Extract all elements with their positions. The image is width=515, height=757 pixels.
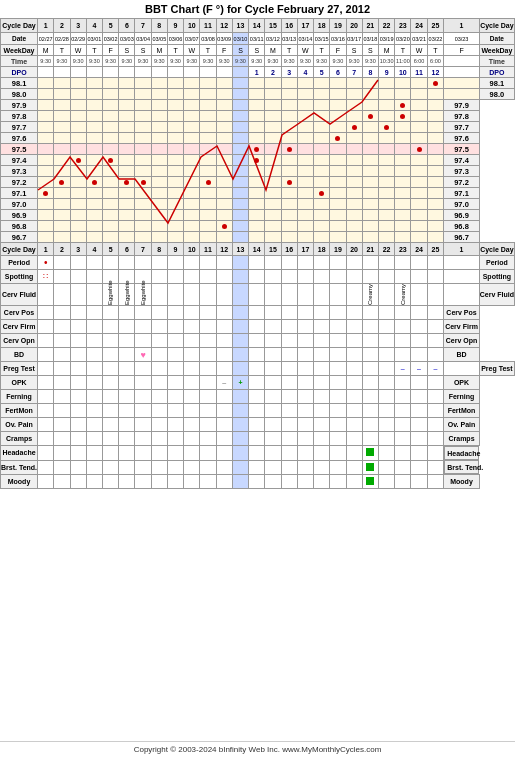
cd-3: 3 — [70, 19, 86, 33]
date-14: 03/11 — [249, 33, 265, 45]
wd-17: W — [297, 45, 313, 56]
temp-row-97-6: 97.6 97.6 — [1, 133, 515, 144]
t-6: 9:30 — [119, 56, 135, 67]
date-6: 03/03 — [119, 33, 135, 45]
cd-24: 24 — [411, 19, 427, 33]
temp-row-98-0: 98.0 98.0 — [1, 89, 515, 100]
preg-test-row: Preg Test – – – Preg Test — [1, 362, 515, 376]
wd-22: M — [378, 45, 394, 56]
headache-label-right: Headache — [444, 446, 479, 460]
temp-label-97-7: 97.7 — [1, 122, 38, 133]
temp-label-98-1-right: 98.1 — [479, 78, 514, 89]
ferning-label: Ferning — [1, 390, 38, 404]
cramps-row: Cramps Cramps — [1, 432, 515, 446]
temp-label-97-3: 97.3 — [1, 166, 38, 177]
t-14: 9:30 — [249, 56, 265, 67]
cd-13: 13 — [232, 19, 248, 33]
dpo-6 — [119, 67, 135, 78]
dpo-3 — [70, 67, 86, 78]
cerv-firm-row: Cerv Firm Cerv Firm — [1, 320, 515, 334]
cd-7: 7 — [135, 19, 151, 33]
cycle-day-bottom-row: Cycle Day 123456789101112 13 14151617181… — [1, 243, 515, 256]
temp-row-97-9: 97.9 97.9 — [1, 100, 515, 111]
cd-1: 1 — [38, 19, 54, 33]
headache-row: Headache Headache — [1, 446, 515, 461]
t-2: 9:30 — [54, 56, 70, 67]
brst-tend-row: Brst. Tend. Brst. Tend. — [1, 460, 515, 475]
temp-row-97-8: 97.8 97.8 — [1, 111, 515, 122]
temp-row-96-9: 96.9 96.9 — [1, 210, 515, 221]
wd-15: M — [265, 45, 281, 56]
cd-16: 16 — [281, 19, 297, 33]
date-24: 03/21 — [411, 33, 427, 45]
dpo-11 — [200, 67, 216, 78]
wd-18: T — [314, 45, 330, 56]
wd-2: T — [54, 45, 70, 56]
cramps-label: Cramps — [1, 432, 38, 446]
cerv-opn-label-right: Cerv Opn — [444, 334, 480, 348]
dpo-label-right: DPO — [479, 67, 514, 78]
wd-11: T — [200, 45, 216, 56]
cramps-label-right: Cramps — [444, 432, 480, 446]
temp-row-97-1: 97.1 97.1 — [1, 188, 515, 199]
page-title: BBT Chart (F °) for Cycle February 27, 2… — [0, 0, 515, 18]
temp-label-96-9-right: 96.9 — [444, 210, 480, 221]
wd-24: W — [411, 45, 427, 56]
cycle-day-header-row: Cycle Day 1 2 3 4 5 6 7 8 9 10 11 12 13 … — [1, 19, 515, 33]
ferning-row: Ferning Ferning — [1, 390, 515, 404]
date-15: 03/12 — [265, 33, 281, 45]
dpo-17: 4 — [297, 67, 313, 78]
t-23: 11:00 — [395, 56, 411, 67]
date-5: 03/02 — [102, 33, 118, 45]
cerv-firm-label-right: Cerv Firm — [444, 320, 480, 334]
date-10: 03/07 — [184, 33, 200, 45]
ferning-label-right: Ferning — [444, 390, 480, 404]
temp-label-96-8: 96.8 — [1, 221, 38, 232]
dpo-25: 12 — [427, 67, 444, 78]
cerv-fluid-label: Cerv Fluid — [1, 284, 38, 306]
wd-1: M — [38, 45, 54, 56]
temp-label-97-4-right: 97.4 — [444, 155, 480, 166]
dpo-row: DPO 1 2 3 4 5 6 7 8 — [1, 67, 515, 78]
date-12: 03/09 — [216, 33, 232, 45]
cd-4: 4 — [86, 19, 102, 33]
cd-19: 19 — [330, 19, 346, 33]
temp-label-97-9: 97.9 — [1, 100, 38, 111]
cycle-day-label: Cycle Day — [1, 19, 38, 33]
headache-label: Headache — [1, 446, 38, 461]
cycle-day-label-right: Cycle Day — [479, 19, 514, 33]
t-13: 9:30 — [232, 56, 248, 67]
brst-tend-right-text: Brst. Tend. — [447, 464, 483, 471]
dpo-1 — [38, 67, 54, 78]
preg-test-label-right: Preg Test — [479, 362, 514, 376]
headache-right-text: Headache — [447, 450, 480, 457]
temp-label-98-1: 98.1 — [1, 78, 38, 89]
wd-16: T — [281, 45, 297, 56]
wd-25: T — [427, 45, 444, 56]
wd-14: S — [249, 45, 265, 56]
t-10: 9:30 — [184, 56, 200, 67]
t-17: 9:30 — [297, 56, 313, 67]
temp-row-97-2: 97.2 97.2 — [1, 177, 515, 188]
moody-label-right: Moody — [444, 475, 480, 489]
temp-label-98-0: 98.0 — [1, 89, 38, 100]
cd-2: 2 — [54, 19, 70, 33]
dpo-14: 1 — [249, 67, 265, 78]
t-1: 9:30 — [38, 56, 54, 67]
dpo-18: 5 — [314, 67, 330, 78]
fertmon-label: FertMon — [1, 404, 38, 418]
cd-21: 21 — [362, 19, 378, 33]
dpo-4 — [86, 67, 102, 78]
dpo-2 — [54, 67, 70, 78]
dpo-9 — [167, 67, 183, 78]
date-label-right: Date — [479, 33, 514, 45]
wd-21: S — [362, 45, 378, 56]
opk-row: OPK – + OPK — [1, 376, 515, 390]
cd-23: 23 — [395, 19, 411, 33]
temp-row-97-5: 97.5 97.5 — [1, 144, 515, 155]
date-row: Date 02/27 02/28 02/29 03/01 03/02 03/03… — [1, 33, 515, 45]
temp-row-96-8: 96.8 96.8 — [1, 221, 515, 232]
t-19: 9:30 — [330, 56, 346, 67]
ov-pain-row: Ov. Pain Ov. Pain — [1, 418, 515, 432]
cd-10: 10 — [184, 19, 200, 33]
